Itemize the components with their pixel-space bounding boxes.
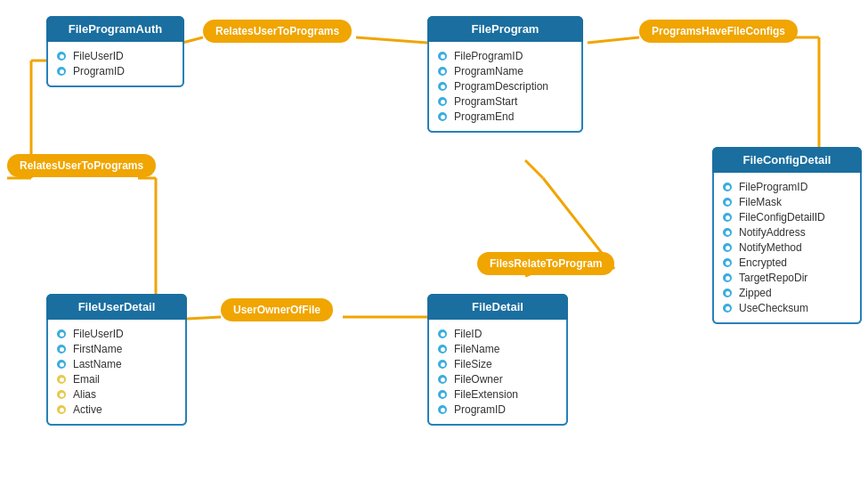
field-name: ProgramEnd: [454, 110, 514, 123]
entity-file-detail: FileDetail FileID FileName FileSize File…: [427, 294, 568, 426]
field-row: ProgramID: [55, 65, 175, 77]
field-name: FileUserID: [73, 50, 124, 62]
field-name: TargetRepoDir: [739, 272, 807, 284]
field-row: ProgramStart: [436, 95, 574, 108]
field-name: FileProgramID: [454, 50, 523, 62]
entity-file-user-detail: FileUserDetail FileUserID FirstName Last…: [46, 294, 187, 426]
field-icon: [721, 181, 734, 193]
field-name: Zipped: [739, 287, 772, 299]
field-name: ProgramID: [73, 65, 125, 77]
field-name: UseChecksum: [739, 302, 808, 314]
field-name: ProgramName: [454, 65, 523, 77]
field-name: FileID: [454, 328, 482, 340]
field-name: Alias: [73, 388, 96, 401]
field-row: FirstName: [55, 343, 178, 355]
field-name: FileOwner: [454, 373, 503, 386]
field-name: FileUserID: [73, 328, 124, 340]
field-icon: [55, 358, 68, 370]
field-icon-key: [55, 373, 68, 386]
field-row: FileUserID: [55, 50, 175, 62]
svg-line-1: [356, 37, 427, 43]
field-icon: [436, 80, 449, 93]
entity-file-program: FileProgram FileProgramID ProgramName Pr…: [427, 16, 583, 133]
relation-relates-user-to-programs-2: RelatesUserToPrograms: [7, 154, 156, 177]
field-row: Email: [55, 373, 178, 386]
entity-file-program-fields: FileProgramID ProgramName ProgramDescrip…: [427, 42, 583, 133]
entity-file-config-detail-fields: FileProgramID FileMask FileConfigDetailI…: [712, 173, 862, 324]
entity-file-detail-title: FileDetail: [427, 294, 568, 320]
entity-file-program-auth: FileProgramAuth FileUserID ProgramID: [46, 16, 184, 87]
field-icon: [721, 256, 734, 269]
field-icon: [721, 272, 734, 284]
field-row: FileProgramID: [436, 50, 574, 62]
field-row: ProgramName: [436, 65, 574, 77]
field-row: UseChecksum: [721, 302, 853, 314]
field-icon: [436, 358, 449, 370]
field-row: ProgramID: [436, 403, 559, 416]
field-row: NotifyMethod: [721, 241, 853, 254]
entity-file-config-detail: FileConfigDetail FileProgramID FileMask …: [712, 147, 862, 324]
svg-line-0: [183, 37, 203, 43]
entity-file-detail-fields: FileID FileName FileSize FileOwner FileE…: [427, 320, 568, 426]
field-icon: [55, 328, 68, 340]
field-row: Encrypted: [721, 256, 853, 269]
field-icon: [721, 302, 734, 314]
field-name: FileProgramID: [739, 181, 807, 193]
field-row: ProgramEnd: [436, 110, 574, 123]
field-name: FirstName: [73, 343, 122, 355]
field-row: NotifyAddress: [721, 226, 853, 239]
field-name: LastName: [73, 358, 122, 370]
entity-file-program-title: FileProgram: [427, 16, 583, 42]
field-name: Email: [73, 373, 100, 386]
field-row: LastName: [55, 358, 178, 370]
field-icon: [436, 328, 449, 340]
field-name: FileSize: [454, 358, 492, 370]
field-row: FileSize: [436, 358, 559, 370]
field-name: Encrypted: [739, 256, 787, 269]
field-icon: [55, 65, 68, 77]
field-name: ProgramDescription: [454, 80, 548, 93]
field-name: NotifyMethod: [739, 241, 802, 254]
diagram-container: FileProgramAuth FileUserID ProgramID Fil…: [0, 0, 868, 504]
field-row: FileMask: [721, 196, 853, 208]
field-icon-key: [55, 388, 68, 401]
field-row: Active: [55, 403, 178, 416]
entity-file-program-auth-title: FileProgramAuth: [46, 16, 184, 42]
svg-line-14: [525, 160, 543, 178]
relation-relates-user-to-programs-1: RelatesUserToPrograms: [203, 20, 352, 43]
field-name: FileConfigDetailID: [739, 211, 825, 224]
relation-programs-have-file-configs: ProgramsHaveFileConfigs: [639, 20, 798, 43]
field-icon-key: [55, 403, 68, 416]
field-row: FileConfigDetailID: [721, 211, 853, 224]
field-icon: [55, 343, 68, 355]
field-icon: [721, 241, 734, 254]
field-name: NotifyAddress: [739, 226, 806, 239]
field-row: FileName: [436, 343, 559, 355]
field-icon: [721, 287, 734, 299]
field-icon: [436, 110, 449, 123]
field-name: ProgramStart: [454, 95, 517, 108]
entity-file-config-detail-title: FileConfigDetail: [712, 147, 862, 173]
field-row: ProgramDescription: [436, 80, 574, 93]
field-icon: [436, 373, 449, 386]
svg-line-15: [187, 317, 221, 319]
svg-line-2: [588, 37, 639, 43]
field-icon: [436, 388, 449, 401]
entity-file-user-detail-title: FileUserDetail: [46, 294, 187, 320]
entity-file-program-auth-fields: FileUserID ProgramID: [46, 42, 184, 87]
relation-files-relate-to-program: FilesRelateToProgram: [477, 252, 614, 275]
field-row: Zipped: [721, 287, 853, 299]
entity-file-user-detail-fields: FileUserID FirstName LastName Email Alia…: [46, 320, 187, 426]
field-row: FileOwner: [436, 373, 559, 386]
field-icon: [436, 50, 449, 62]
relation-user-owner-of-file: UserOwnerOfFile: [221, 298, 333, 321]
field-row: Alias: [55, 388, 178, 401]
field-icon: [55, 50, 68, 62]
field-row: TargetRepoDir: [721, 272, 853, 284]
field-row: FileID: [436, 328, 559, 340]
field-name: ProgramID: [454, 403, 506, 416]
field-icon: [721, 196, 734, 208]
field-name: Active: [73, 403, 102, 416]
field-icon: [721, 226, 734, 239]
field-name: FileName: [454, 343, 499, 355]
